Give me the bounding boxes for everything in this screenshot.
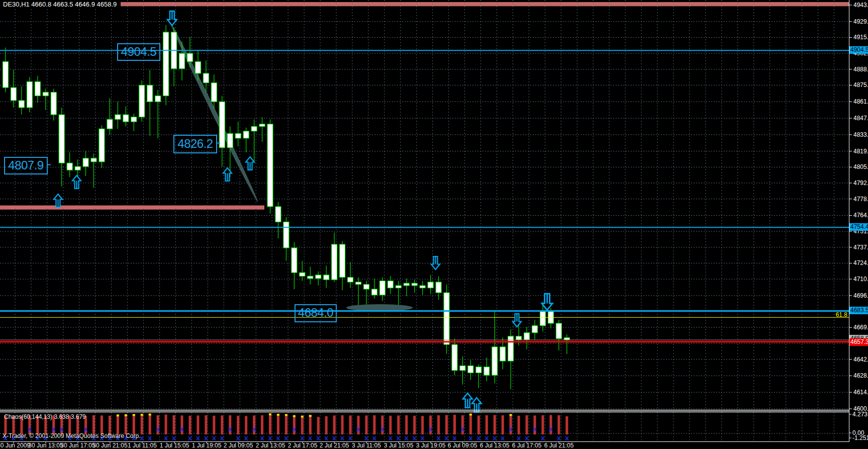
indicator-x-marker: x bbox=[276, 433, 280, 442]
indicator-x-marker: x bbox=[340, 433, 345, 442]
price-text-label[interactable]: 4684.0 bbox=[295, 304, 337, 322]
candle-body bbox=[444, 293, 449, 344]
candle-body bbox=[259, 124, 265, 127]
signal-arrow-up-icon[interactable] bbox=[246, 157, 254, 170]
indicator-bar bbox=[173, 415, 175, 434]
time-axis-label: 6 Jul 21:05 bbox=[535, 442, 583, 449]
indicator-bar-tip bbox=[141, 414, 143, 416]
candle-body bbox=[308, 276, 313, 279]
indicator-x-marker: x bbox=[565, 433, 569, 442]
price-tick-label: 4875.0 bbox=[853, 81, 868, 88]
signal-arrow-up-icon[interactable] bbox=[72, 175, 81, 189]
signal-arrow-up-icon[interactable] bbox=[223, 168, 232, 181]
indicator-bar bbox=[117, 416, 119, 434]
price-tick-label: 4792.0 bbox=[853, 179, 868, 187]
resistance-band[interactable] bbox=[0, 206, 264, 210]
indicator-bar bbox=[565, 416, 568, 434]
price-text-label[interactable]: 4807.9 bbox=[4, 157, 48, 174]
separator-line[interactable] bbox=[0, 412, 849, 413]
indicator-bar bbox=[557, 415, 560, 434]
price-tick-label: 4642.5 bbox=[853, 356, 868, 363]
indicator-bar bbox=[309, 416, 312, 434]
indicator-x-marker: x bbox=[300, 433, 305, 442]
candle-body bbox=[275, 207, 281, 222]
candle-body bbox=[211, 83, 217, 102]
indicator-bar bbox=[188, 416, 191, 434]
trading-terminal-window: xxxxxxxxxxxxxxxxxxxxxxxxxxxxxxxxxxxxxxxx… bbox=[0, 0, 868, 449]
candle-body bbox=[179, 53, 185, 68]
candle-body bbox=[316, 275, 321, 279]
indicator-bar bbox=[165, 415, 167, 434]
candle-body bbox=[388, 281, 393, 288]
candle-body bbox=[324, 275, 329, 280]
signal-arrow-down-icon[interactable] bbox=[167, 11, 177, 26]
indicator-bar-tip bbox=[133, 414, 135, 416]
indicator-bar bbox=[518, 416, 520, 434]
candle-body bbox=[131, 117, 137, 122]
resistance-band[interactable] bbox=[0, 2, 849, 6]
indicator-x-marker: x bbox=[501, 433, 505, 442]
indicator-bar bbox=[125, 416, 127, 434]
indicator-bar bbox=[277, 415, 279, 434]
indicator-bar bbox=[445, 415, 448, 434]
axis-price-highlight: 4683.5 bbox=[849, 307, 868, 314]
candle-body bbox=[251, 126, 257, 131]
price-tick-label: 4710.5 bbox=[853, 276, 868, 283]
signal-arrow-down-icon[interactable] bbox=[542, 294, 552, 310]
indicator-x-marker: x bbox=[212, 433, 217, 442]
indicator-bar bbox=[349, 415, 352, 434]
indicator-bar bbox=[213, 416, 215, 434]
indicator-bar-tip bbox=[469, 413, 472, 415]
candle-body bbox=[195, 62, 201, 73]
indicator-bar bbox=[494, 415, 496, 434]
indicator-x-marker: x bbox=[444, 433, 449, 442]
candle-body bbox=[59, 115, 64, 163]
indicator-x-marker: x bbox=[380, 424, 385, 433]
candle-body bbox=[91, 158, 97, 162]
indicator-x-marker: x bbox=[180, 424, 184, 433]
indicator-x-marker: x bbox=[348, 433, 353, 442]
price-tick-label: 4628.5 bbox=[853, 372, 868, 379]
separator-line[interactable] bbox=[0, 410, 849, 411]
candle-body bbox=[436, 282, 441, 293]
candle-body bbox=[19, 101, 24, 108]
chart-canvas[interactable]: xxxxxxxxxxxxxxxxxxxxxxxxxxxxxxxxxxxxxxxx… bbox=[0, 0, 868, 449]
indicator-x-marker: x bbox=[413, 433, 417, 442]
signal-arrow-up-icon[interactable] bbox=[54, 194, 62, 207]
indicator-bar bbox=[405, 415, 408, 434]
indicator-bar bbox=[149, 415, 151, 434]
indicator-x-marker: x bbox=[284, 433, 288, 442]
indicator-x-marker: x bbox=[493, 433, 497, 442]
indicator-x-marker: x bbox=[364, 433, 369, 442]
axis-price-highlight: 4754.4 bbox=[849, 223, 868, 231]
indicator-x-marker: x bbox=[460, 424, 465, 433]
candle-body bbox=[107, 119, 113, 129]
candle-body bbox=[500, 347, 506, 361]
signal-arrow-down-icon[interactable] bbox=[513, 314, 521, 327]
candle-body bbox=[235, 134, 241, 138]
candle-body bbox=[564, 338, 569, 340]
fibonacci-level-label[interactable]: 61.8 bbox=[827, 311, 847, 318]
indicator-bar bbox=[469, 415, 472, 434]
candle-body bbox=[139, 85, 145, 117]
indicator-x-marker: x bbox=[188, 433, 192, 442]
price-text-label[interactable]: 4904.5 bbox=[117, 43, 160, 61]
indicator-x-marker: x bbox=[252, 424, 256, 433]
indicator-x-marker: x bbox=[332, 433, 337, 442]
candle-body bbox=[203, 73, 209, 83]
signal-arrow-up-icon[interactable] bbox=[463, 393, 472, 408]
indicator-tick-label: 4.273 bbox=[852, 411, 867, 418]
indicator-bar bbox=[373, 415, 375, 434]
indicator-bar bbox=[237, 416, 239, 434]
indicator-bar bbox=[526, 415, 528, 434]
indicator-x-marker: x bbox=[476, 433, 481, 442]
price-text-label[interactable]: 4826.2 bbox=[173, 135, 217, 153]
indicator-x-marker: x bbox=[148, 433, 152, 442]
indicator-bar bbox=[301, 417, 304, 434]
indicator-x-marker: x bbox=[557, 433, 561, 442]
indicator-bar bbox=[477, 415, 480, 434]
price-tick-label: 4819.0 bbox=[853, 148, 868, 155]
indicator-x-marker: x bbox=[268, 433, 272, 442]
indicator-bar bbox=[541, 415, 544, 434]
indicator-bar bbox=[285, 415, 287, 434]
